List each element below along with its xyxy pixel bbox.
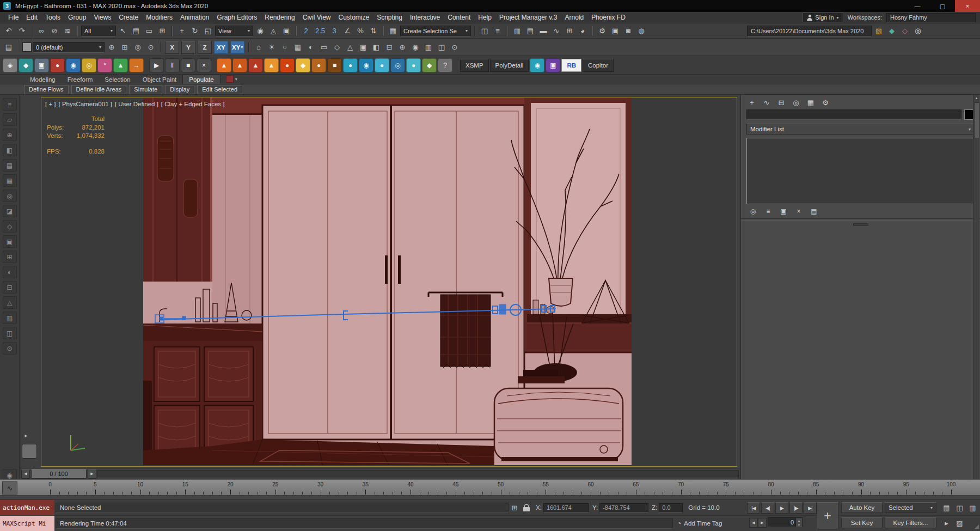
layer-dropdown[interactable]: 0 (default)▾	[33, 42, 105, 53]
viewport-user-menu[interactable]: [ User Defined ]	[115, 101, 158, 107]
add-time-tag-button[interactable]: Add Time Tag	[684, 520, 722, 527]
target-icon[interactable]: ◉	[409, 42, 421, 53]
remove-modifier-icon[interactable]: ×	[793, 206, 804, 216]
go-to-start-button[interactable]: |◀	[747, 502, 760, 514]
mirror-horizontal-icon[interactable]: ◫	[436, 42, 448, 53]
utilities-tab-icon[interactable]: ⚙	[819, 97, 832, 108]
set-keys-button[interactable]: +	[817, 502, 838, 529]
shading-toggle-icon[interactable]: ◐	[305, 42, 317, 53]
plugin-icon-13[interactable]: ■	[327, 58, 342, 72]
minimize-button[interactable]: —	[905, 0, 930, 12]
motion-tab-icon[interactable]: ◎	[789, 97, 803, 108]
spin-down-icon[interactable]: ▾	[796, 522, 802, 527]
views-icon[interactable]: ▣	[357, 42, 369, 53]
pause-script-icon[interactable]: ‖	[165, 58, 180, 72]
select-and-move-icon[interactable]: +	[176, 26, 188, 36]
redo-icon[interactable]: ↷	[16, 26, 28, 36]
toggle-scene-explorer-icon[interactable]: ▥	[511, 26, 523, 36]
undo-icon[interactable]: ↶	[3, 26, 15, 36]
status-panel-icon-5[interactable]: ▨	[954, 517, 965, 528]
command-panel-scrollbar[interactable]: ▴	[973, 95, 979, 479]
ribbon-tab-freeform[interactable]: Freeform	[62, 75, 99, 84]
project-folder-field[interactable]: C:\Users\20122\Documents\3ds Max 2020	[747, 26, 872, 36]
menu-group[interactable]: Group	[64, 13, 90, 22]
ribbon-tab-selection[interactable]: Selection	[99, 75, 136, 84]
left-tool-8[interactable]: ◪	[3, 205, 17, 217]
plugin-icon-20[interactable]: ◉	[530, 58, 544, 72]
menu-views[interactable]: Views	[90, 13, 115, 22]
selection-lock-toggle-icon[interactable]	[520, 502, 532, 513]
rectangular-selection-region-icon[interactable]: ▭	[143, 26, 155, 36]
sign-in-button[interactable]: Sign In ▾	[803, 13, 843, 22]
plugin-icon-3[interactable]: ▣	[34, 58, 49, 72]
previous-frame-button[interactable]: ◀|	[761, 502, 774, 514]
populate-button-simulate[interactable]: Simulate	[129, 85, 162, 94]
scroll-up-icon[interactable]: ▴	[973, 96, 979, 100]
menu-civil-view[interactable]: Civil View	[299, 13, 335, 22]
window-crossing-toggle-icon[interactable]: ⊞	[156, 26, 168, 36]
data-channel-icon[interactable]: ◇	[899, 26, 911, 36]
time-slider[interactable]: ◀ 0 / 100 ▶	[20, 468, 740, 479]
restrict-to-z-button[interactable]: Z	[198, 41, 212, 54]
ghosting-icon[interactable]: ◇	[331, 42, 343, 53]
play-animation-button[interactable]: ▶	[775, 502, 788, 514]
ribbon-mini-icon[interactable]	[226, 75, 234, 83]
frame-spinner[interactable]: ▴ ▾	[795, 518, 802, 527]
chevron-down-icon[interactable]: ▾	[235, 77, 237, 82]
left-tool-7[interactable]: ◎	[3, 190, 17, 202]
left-tool-15[interactable]: ▥	[3, 312, 17, 324]
render-iterative-icon[interactable]: ◍	[635, 26, 647, 36]
left-tool-10[interactable]: ▣	[3, 235, 17, 248]
left-tool-2[interactable]: ▱	[3, 113, 17, 126]
plugin-icon-11[interactable]: ◆	[296, 58, 310, 72]
arnold-render-icon[interactable]: ◎	[912, 26, 924, 36]
viewport-pov-menu[interactable]: [ PhysCamera001 ]	[59, 101, 112, 107]
window-resize-grip[interactable]: ◢	[975, 523, 979, 530]
menu-customize[interactable]: Customize	[335, 13, 373, 22]
select-objects-in-current-layer-icon[interactable]: ◎	[132, 42, 144, 53]
asset-library-icon[interactable]: ▧	[873, 26, 885, 36]
time-slider-previous-button[interactable]: ◀	[21, 469, 30, 479]
ribbon-tab-object-paint[interactable]: Object Paint	[137, 75, 183, 84]
safe-frames-icon[interactable]: ▭	[318, 42, 330, 53]
track-bar[interactable]: ∿ 05101520253035404550556065707580859095…	[0, 479, 980, 496]
modify-tab-icon[interactable]: ∿	[760, 97, 773, 108]
left-tool-13[interactable]: ⊟	[3, 281, 17, 294]
plugin-icon-19[interactable]: ◆	[422, 58, 437, 72]
status-panel-icon-2[interactable]: ◫	[954, 502, 965, 513]
left-tool-9[interactable]: ◇	[3, 220, 17, 233]
plugin-icon-18[interactable]: ●	[406, 58, 421, 72]
grid-toggle-icon[interactable]: ▦	[292, 42, 304, 53]
plugin-icon-4[interactable]: ●	[50, 58, 65, 72]
camera-toggle-icon[interactable]: ○	[279, 42, 291, 53]
home-grid-icon[interactable]: △	[344, 42, 356, 53]
menu-interactive[interactable]: Interactive	[406, 13, 444, 22]
plugin-icon-14[interactable]: ●	[343, 58, 358, 72]
toggle-layer-explorer-icon[interactable]: ▤	[524, 26, 536, 36]
polydetail-button[interactable]: PolyDetail	[490, 59, 529, 72]
light-toggle-icon[interactable]: ☀	[266, 42, 278, 53]
left-tool-12[interactable]: ◐	[3, 266, 17, 278]
reference-coordinate-system-dropdown[interactable]: View▾	[215, 26, 253, 36]
menu-project-manager-v-3[interactable]: Project Manager v.3	[495, 13, 561, 22]
frame-step-forward-button[interactable]: ▶	[758, 518, 767, 528]
left-tool-14[interactable]: △	[3, 296, 17, 309]
restrict-to-xy-plane-button[interactable]: XY	[214, 41, 228, 54]
active-viewport[interactable]: [ + ][ PhysCamera001 ][ User Defined ][ …	[41, 97, 737, 467]
display-tab-icon[interactable]: ▦	[804, 97, 817, 108]
plugin-icon-1[interactable]: ◈	[3, 58, 17, 72]
substance-icon[interactable]: ◆	[886, 26, 898, 36]
trackbar-ruler[interactable]: 0510152025303540455055606570758085909510…	[0, 480, 980, 495]
restrict-plane-flyout-button[interactable]: XY▾	[230, 41, 244, 54]
configure-modifier-sets-icon[interactable]: ▤	[808, 206, 819, 216]
edit-named-selection-sets-icon[interactable]: ▦	[387, 26, 399, 36]
maxscript-listener-line[interactable]: MAXScript Mi	[0, 516, 54, 531]
copitor-button[interactable]: Copitor	[583, 59, 614, 72]
plugin-icon-17[interactable]: ◎	[390, 58, 405, 72]
pivot-dot-icon[interactable]: ⊙	[449, 42, 461, 53]
viewport-layout-tab[interactable]	[22, 444, 37, 459]
restrict-to-y-button[interactable]: Y	[181, 41, 195, 54]
populate-button-display[interactable]: Display	[165, 85, 194, 94]
schematic-view-icon[interactable]: ⊞	[564, 26, 575, 36]
menu-arnold[interactable]: Arnold	[561, 13, 587, 22]
